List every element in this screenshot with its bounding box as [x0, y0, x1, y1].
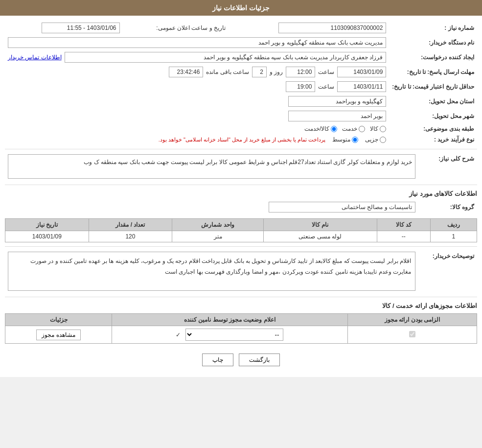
city-label: شهر محل تحویل: — [389, 109, 477, 123]
category-goods-service-option[interactable]: کالا/خدمت — [304, 125, 337, 132]
page-title: جزئیات اطلاعات نیاز — [212, 4, 270, 12]
price-date-value: 1403/01/11 — [337, 81, 386, 92]
process-medium-radio[interactable] — [352, 137, 358, 143]
category-goods-radio[interactable] — [380, 126, 386, 132]
permissions-title: اطلاعات مجوزهای ارائه خدمت / کالا — [5, 302, 477, 309]
creator-value: فرزاد جعفری کاربردار مدیریت شعب بانک سپه… — [65, 52, 387, 63]
col-row-num: ردیف — [430, 219, 477, 231]
goods-group-label: گروه کالا: — [418, 200, 477, 214]
send-time-value: 12:00 — [286, 67, 315, 77]
buyer-org-value: مدیریت شعب بانک سپه منطقه کهگیلویه و بوی… — [8, 37, 386, 48]
province-value: کهگیلویه و بویراحمد — [288, 96, 386, 107]
goods-header-row: ردیف کد کالا نام کالا واحد شمارش تعداد /… — [5, 219, 477, 231]
city-value: بویر احمد — [288, 111, 386, 121]
perm-status-cell: -- ✓ — [112, 326, 348, 344]
view-permit-button[interactable]: مشاهده مجوز — [36, 330, 80, 340]
category-service-option[interactable]: خدمت — [342, 125, 365, 132]
action-buttons: بازگشت چاپ — [5, 348, 477, 372]
goods-table-header: ردیف کد کالا نام کالا واحد شمارش تعداد /… — [5, 219, 477, 231]
send-remaining-value: 23:42:46 — [169, 67, 203, 77]
category-goods-option[interactable]: کالا — [370, 125, 386, 132]
price-time-value: 19:00 — [286, 81, 315, 92]
content-area: شماره نیاز : 1103090837000002 تاریخ و سا… — [0, 16, 482, 377]
goods-group-table: گروه کالا: تاسیسات و مصالح ساختمانی — [5, 200, 477, 214]
perm-row-1: -- ✓ مشاهده مجوز — [5, 326, 477, 344]
buyer-notes-value: اقلام برابر لیست پیوست که مبلغ کالابعد ا… — [8, 252, 415, 291]
province-label: استان محل تحویل: — [389, 94, 477, 109]
buyer-notes-table: توصیحات خریدار: اقلام برابر لیست پیوست ک… — [5, 250, 477, 293]
row-general-desc: شرح کلی نیاز: خرید لوازم و متعلقات کولر … — [5, 152, 477, 181]
row-process-type: نوع فرآیند خرید : جزیی متوسط پرداخت تمام… — [5, 134, 477, 145]
row-city: شهر محل تحویل: بویر احمد — [5, 109, 477, 123]
category-goods-label: کالا — [370, 125, 378, 132]
send-days-label: روز و — [270, 69, 283, 75]
price-time-label: ساعت — [318, 83, 334, 90]
row-need-number: شماره نیاز : 1103090837000002 تاریخ و سا… — [5, 21, 477, 35]
col-unit: واحد شمارش — [172, 219, 264, 231]
process-type-label: نوع فرآیند خرید : — [389, 134, 477, 145]
send-days-value: 2 — [252, 67, 267, 77]
col-product-code: کد کالا — [377, 219, 430, 231]
send-deadline-label: مهلت ارسال پاسخ: تا تاریخ: — [389, 65, 477, 79]
perm-mandatory-cell — [347, 326, 477, 344]
print-button[interactable]: چاپ — [202, 354, 233, 366]
permissions-header: الزامی بودن ارائه مجوز اعلام وضعیت مجوز … — [5, 314, 477, 326]
col-product-name: نام کالا — [263, 219, 377, 231]
col-quantity: تعداد / مقدار — [89, 219, 172, 231]
row-category: طبقه بندی موضوعی: کالا خدمت — [5, 123, 477, 134]
perm-status-select[interactable]: -- — [185, 329, 283, 341]
buyer-org-label: نام دستگاه خریدار: — [389, 35, 477, 50]
process-medium-label: متوسط — [332, 136, 350, 143]
category-goods-service-label: کالا/خدمت — [304, 125, 329, 132]
process-medium-option[interactable]: متوسط — [332, 136, 358, 143]
main-info-table: شماره نیاز : 1103090837000002 تاریخ و سا… — [5, 21, 477, 145]
row-creator: ایجاد کننده درخواست: فرزاد جعفری کاربردا… — [5, 50, 477, 65]
process-partial-radio[interactable] — [380, 137, 386, 143]
goods-table-body: 1--لوله مسی صنعتیمتر1201403/01/09 — [5, 231, 477, 242]
row-buyer-org: نام دستگاه خریدار: مدیریت شعب بانک سپه م… — [5, 35, 477, 50]
perm-col-details: جزئیات — [5, 314, 112, 326]
row-send-deadline: مهلت ارسال پاسخ: تا تاریخ: 1403/01/09 سا… — [5, 65, 477, 79]
row-buyer-notes: توصیحات خریدار: اقلام برابر لیست پیوست ک… — [5, 250, 477, 293]
announce-date-value: 1403/01/06 - 11:55 — [42, 23, 120, 33]
need-number-value: 1103090837000002 — [278, 23, 386, 33]
row-price-validity: حداقل تاریخ اعتبار قیمت: تا تاریخ: 1403/… — [5, 79, 477, 94]
permissions-body: -- ✓ مشاهده مجوز — [5, 326, 477, 344]
price-validity-label: حداقل تاریخ اعتبار قیمت: تا تاریخ: — [389, 79, 477, 94]
send-time-label: ساعت — [318, 69, 334, 75]
permissions-header-row: الزامی بودن ارائه مجوز اعلام وضعیت مجوز … — [5, 314, 477, 326]
perm-col-mandatory: الزامی بودن ارائه مجوز — [347, 314, 477, 326]
general-desc-value: خرید لوازم و متعلقات کولر گازی استناد تع… — [8, 154, 415, 179]
creator-contact-link[interactable]: اطلاعات تماس خریدار — [8, 54, 62, 61]
perm-mandatory-checkbox — [409, 331, 415, 337]
category-label: طبقه بندی موضوعی: — [389, 123, 477, 134]
row-province: استان محل تحویل: کهگیلویه و بویراحمد — [5, 94, 477, 109]
divider-1 — [5, 149, 477, 149]
category-goods-service-radio[interactable] — [331, 126, 337, 132]
goods-table: ردیف کد کالا نام کالا واحد شمارش تعداد /… — [5, 218, 477, 242]
send-remaining-label: ساعت باقی مانده — [206, 69, 249, 75]
row-goods-group: گروه کالا: تاسیسات و مصالح ساختمانی — [5, 200, 477, 214]
desc-table: شرح کلی نیاز: خرید لوازم و متعلقات کولر … — [5, 152, 477, 181]
category-service-label: خدمت — [342, 125, 357, 132]
page-header: جزئیات اطلاعات نیاز — [0, 0, 482, 16]
perm-col-status: اعلام وضعیت مجوز توسط نامین کننده — [112, 314, 348, 326]
col-need-date: تاریخ نیاز — [5, 219, 89, 231]
process-note: پرداخت تمام یا بخشی از مبلغ خرید از محل … — [159, 137, 326, 143]
page-wrapper: جزئیات اطلاعات نیاز شماره نیاز : 1103090… — [0, 0, 482, 377]
need-number-label: شماره نیاز : — [389, 21, 477, 35]
back-button[interactable]: بازگشت — [239, 354, 280, 366]
perm-details-cell: مشاهده مجوز — [5, 326, 112, 344]
announce-date-label: تاریخ و ساعت اعلان عمومی: — [123, 21, 230, 35]
buyer-notes-label: توصیحات خریدار: — [418, 250, 477, 293]
permissions-table: الزامی بودن ارائه مجوز اعلام وضعیت مجوز … — [5, 313, 477, 344]
process-partial-label: جزیی — [365, 136, 378, 143]
divider-2 — [5, 185, 477, 185]
table-row: 1--لوله مسی صنعتیمتر1201403/01/09 — [5, 231, 477, 242]
process-partial-option[interactable]: جزیی — [365, 136, 386, 143]
divider-4 — [5, 297, 477, 297]
divider-3 — [5, 246, 477, 247]
category-service-radio[interactable] — [359, 126, 365, 132]
goods-group-value: تاسیسات و مصالح ساختمانی — [269, 202, 415, 212]
send-date-value: 1403/01/09 — [337, 67, 386, 77]
